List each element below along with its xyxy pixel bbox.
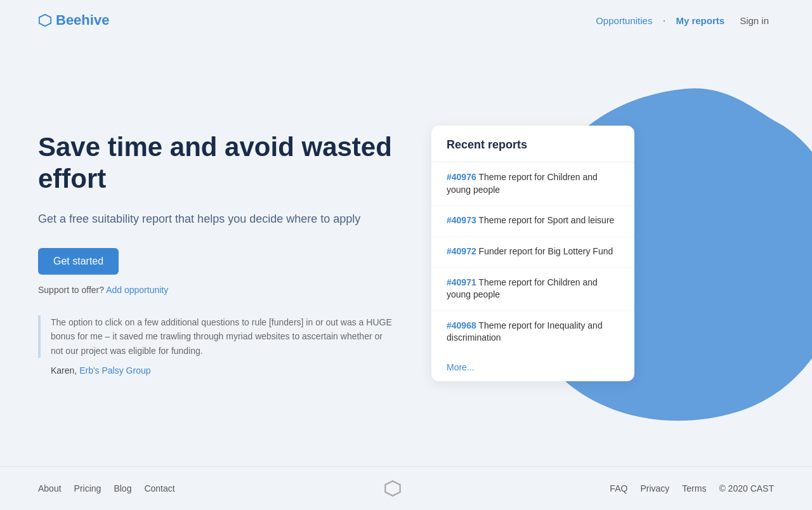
footer-left-links: AboutPricingBlogContact	[38, 483, 175, 494]
more-reports-link[interactable]: More...	[431, 353, 634, 381]
svg-marker-0	[39, 15, 51, 26]
report-item[interactable]: #40973 Theme report for Sport and leisur…	[431, 206, 634, 237]
logo[interactable]: Beehive	[38, 12, 109, 29]
reports-card-title: Recent reports	[447, 138, 619, 152]
report-id: #40968	[447, 320, 476, 330]
content-area: Save time and avoid wasted effort Get a …	[38, 126, 774, 381]
footer-link-terms[interactable]: Terms	[682, 483, 706, 494]
testimonial-quote: The option to click on a few additional …	[38, 315, 393, 358]
left-column: Save time and avoid wasted effort Get a …	[38, 131, 393, 376]
footer-copyright: © 2020 CAST	[719, 483, 774, 494]
footer-right-links: FAQPrivacyTerms© 2020 CAST	[610, 483, 774, 494]
site-footer: AboutPricingBlogContact FAQPrivacyTerms©…	[0, 466, 812, 510]
report-id: #40972	[447, 246, 476, 256]
report-description: Theme report for Sport and leisure	[478, 215, 614, 225]
nav-separator: ·	[662, 14, 665, 27]
right-column: Recent reports #40976 Theme report for C…	[431, 126, 634, 381]
footer-link-faq[interactable]: FAQ	[610, 483, 627, 494]
main-content: Save time and avoid wasted effort Get a …	[0, 41, 812, 466]
footer-link-about[interactable]: About	[38, 483, 62, 494]
report-item[interactable]: #40968 Theme report for Inequality and d…	[431, 311, 634, 353]
report-description: Funder report for Big Lottery Fund	[479, 246, 613, 256]
get-started-button[interactable]: Get started	[38, 248, 119, 275]
report-id: #40973	[447, 215, 476, 225]
report-id: #40976	[447, 172, 476, 182]
footer-center	[384, 480, 402, 497]
footer-left-container: AboutPricingBlogContact	[38, 483, 175, 494]
author-link[interactable]: Erb's Palsy Group	[79, 365, 150, 376]
recent-reports-card: Recent reports #40976 Theme report for C…	[431, 126, 634, 381]
report-item[interactable]: #40976 Theme report for Children and you…	[431, 162, 634, 206]
hero-subtitle: Get a free suitability report that helps…	[38, 211, 393, 228]
main-nav: Opportunities · My reports Sign in	[591, 13, 774, 29]
footer-link-contact[interactable]: Contact	[144, 483, 174, 494]
support-prefix: Support to offer?	[38, 285, 104, 295]
reports-card-header: Recent reports	[431, 126, 634, 162]
report-items-list: #40976 Theme report for Children and you…	[431, 162, 634, 353]
logo-text: Beehive	[56, 12, 109, 29]
svg-marker-1	[385, 481, 400, 495]
footer-link-blog[interactable]: Blog	[114, 483, 131, 494]
nav-sign-in[interactable]: Sign in	[735, 13, 774, 29]
logo-icon	[38, 13, 52, 27]
testimonial-text: The option to click on a few additional …	[51, 315, 393, 358]
footer-logo-icon	[384, 480, 402, 497]
nav-opportunities[interactable]: Opportunities	[591, 13, 657, 29]
footer-link-pricing[interactable]: Pricing	[74, 483, 102, 494]
report-item[interactable]: #40971 Theme report for Children and you…	[431, 268, 634, 311]
hero-title: Save time and avoid wasted effort	[38, 131, 393, 195]
footer-right-container: FAQPrivacyTerms© 2020 CAST	[610, 483, 774, 494]
testimonial-author: Karen, Erb's Palsy Group	[38, 365, 393, 376]
author-prefix: Karen,	[51, 365, 77, 376]
add-opportunity-link[interactable]: Add opportunity	[106, 285, 168, 295]
support-text: Support to offer? Add opportunity	[38, 285, 393, 295]
footer-link-privacy[interactable]: Privacy	[640, 483, 669, 494]
nav-my-reports[interactable]: My reports	[671, 13, 730, 29]
site-header: Beehive Opportunities · My reports Sign …	[0, 0, 812, 41]
report-item[interactable]: #40972 Funder report for Big Lottery Fun…	[431, 237, 634, 268]
report-id: #40971	[447, 277, 476, 287]
